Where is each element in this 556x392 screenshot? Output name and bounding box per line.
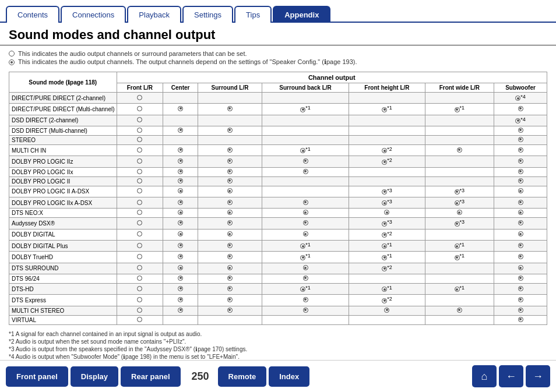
tab-tips[interactable]: Tips xyxy=(234,6,272,23)
footnote-item: *2 Audio is output when the set sound mo… xyxy=(9,338,547,345)
circle-filled-icon xyxy=(227,128,233,133)
table-cell xyxy=(117,197,163,208)
table-cell: *2 xyxy=(349,156,425,167)
circle-filled-icon xyxy=(382,243,387,249)
tab-playback[interactable]: Playback xyxy=(127,6,181,23)
home-icon: ⌂ xyxy=(481,370,488,383)
circle-open-icon xyxy=(137,276,142,281)
th-sound-mode: Sound mode (ℹpage 118) xyxy=(9,72,117,93)
circle-filled-icon xyxy=(227,210,233,215)
table-row: DOLBY DIGITAL Plus*1*1*1 xyxy=(9,240,547,251)
th-front-lr: Front L/R xyxy=(117,83,163,93)
table-cell xyxy=(425,144,494,156)
back-icon: ← xyxy=(506,370,516,383)
footnote-item: *1 A signal for each channel contained i… xyxy=(9,331,547,337)
circle-filled-icon xyxy=(178,286,183,291)
circle-filled-icon xyxy=(518,231,523,236)
circle-filled-icon xyxy=(303,220,308,225)
tab-connections[interactable]: Connections xyxy=(61,6,126,23)
legend-item-2: This indicates the audio output channels… xyxy=(9,58,547,66)
sound-mode-cell: DOLBY PRO LOGIC IIz xyxy=(9,156,117,167)
tab-contents[interactable]: Contents xyxy=(6,6,59,23)
circle-filled-icon xyxy=(518,286,523,291)
circle-filled-icon xyxy=(384,308,389,313)
table-cell xyxy=(425,306,494,315)
th-center: Center xyxy=(163,83,198,93)
back-button[interactable]: ← xyxy=(499,365,523,387)
circle-filled-icon xyxy=(382,189,387,195)
circle-filled-icon xyxy=(518,200,523,205)
table-cell: *1 xyxy=(425,104,494,115)
table-cell xyxy=(262,115,349,126)
circle-filled-icon xyxy=(300,255,305,260)
circle-filled-icon xyxy=(178,210,183,215)
index-button[interactable]: Index xyxy=(269,366,309,387)
table-cell xyxy=(262,197,349,208)
circle-filled-icon xyxy=(178,169,183,174)
table-cell xyxy=(117,209,163,218)
table-cell xyxy=(117,218,163,229)
table-cell xyxy=(117,156,163,167)
table-cell xyxy=(198,274,262,283)
table-cell xyxy=(494,176,547,186)
table-cell xyxy=(262,229,349,240)
display-button[interactable]: Display xyxy=(71,366,118,387)
table-cell xyxy=(198,240,262,251)
circle-open-icon xyxy=(137,188,142,193)
table-cell xyxy=(262,135,349,144)
circle-filled-icon xyxy=(178,220,183,225)
circle-open-icon xyxy=(137,286,142,291)
sound-mode-cell: DOLBY PRO LOGIC II A-DSX xyxy=(9,186,117,197)
table-cell xyxy=(198,186,262,197)
table-row: DIRECT/PURE DIRECT (2-channel)*4 xyxy=(9,93,547,104)
table-cell xyxy=(198,315,262,324)
circle-filled-icon xyxy=(227,220,233,225)
table-cell xyxy=(163,144,198,156)
table-cell xyxy=(349,306,425,315)
table-cell: *3 xyxy=(349,197,425,208)
circle-filled-icon xyxy=(227,106,233,111)
circle-filled-icon xyxy=(227,276,233,281)
table-cell xyxy=(494,263,547,274)
circle-filled-icon xyxy=(518,147,523,153)
circle-filled-icon xyxy=(455,221,460,227)
circle-open-icon xyxy=(137,317,142,322)
table-cell xyxy=(494,135,547,144)
circle-filled-icon xyxy=(455,200,460,206)
table-cell xyxy=(163,126,198,135)
rear-panel-button[interactable]: Rear panel xyxy=(121,366,180,387)
front-panel-button[interactable]: Front panel xyxy=(6,366,68,387)
circle-filled-icon xyxy=(303,265,308,270)
circle-open-icon xyxy=(9,51,15,56)
table-cell xyxy=(262,306,349,315)
circle-open-icon xyxy=(137,106,142,111)
circle-filled-icon xyxy=(227,286,233,291)
circle-filled-icon xyxy=(178,276,183,281)
circle-open-icon xyxy=(137,147,142,153)
circle-filled-icon xyxy=(227,308,233,313)
table-cell xyxy=(494,186,547,197)
table-cell xyxy=(349,209,425,218)
circle-open-icon xyxy=(137,158,142,164)
table-cell xyxy=(163,252,198,263)
circle-filled-icon xyxy=(303,210,308,215)
table-cell xyxy=(117,115,163,126)
table-row: MULTI CH IN*1*2 xyxy=(9,144,547,156)
circle-filled-icon xyxy=(382,266,387,271)
table-cell xyxy=(494,315,547,324)
table-cell xyxy=(198,209,262,218)
table-row: DOLBY PRO LOGIC IIx xyxy=(9,167,547,176)
circle-open-icon xyxy=(137,169,142,174)
forward-button[interactable]: → xyxy=(526,365,550,387)
tab-settings[interactable]: Settings xyxy=(182,6,233,23)
tab-appendix[interactable]: Appendix xyxy=(273,6,330,23)
circle-filled-icon xyxy=(518,188,523,193)
remote-button[interactable]: Remote xyxy=(218,366,267,387)
circle-filled-icon xyxy=(457,210,462,215)
circle-filled-icon xyxy=(518,137,523,142)
home-button[interactable]: ⌂ xyxy=(472,365,497,387)
table-cell xyxy=(163,104,198,115)
th-front-wide-lr: Front wide L/R xyxy=(425,83,494,93)
circle-filled-icon xyxy=(227,188,233,193)
sound-mode-cell: DOLBY PRO LOGIC II xyxy=(9,176,117,186)
